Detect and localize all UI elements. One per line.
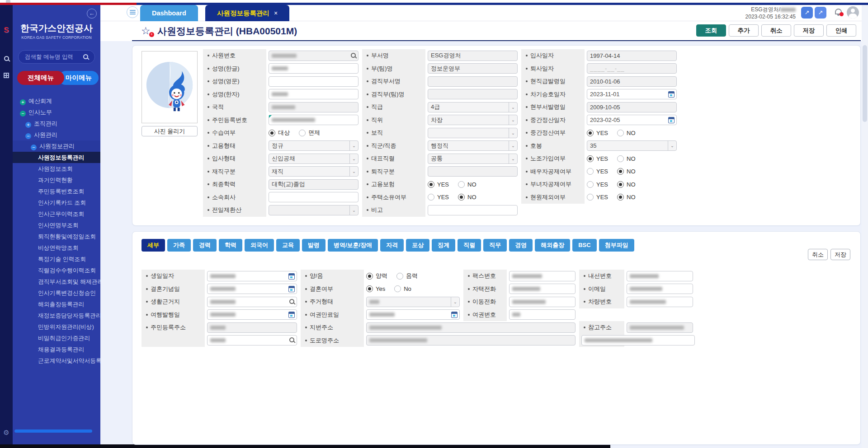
input-직군/직종[interactable]: 행정직⌄ (428, 140, 518, 151)
detail-tab-첨부파일[interactable]: 첨부파일 (599, 239, 634, 252)
expand-plus-icon[interactable]: + (25, 122, 31, 128)
calendar-icon[interactable] (288, 312, 295, 318)
detail-tab-외국어[interactable]: 외국어 (245, 239, 274, 252)
avatar[interactable] (847, 6, 859, 19)
chevron-down-icon[interactable]: ⌄ (349, 154, 358, 163)
input-비고[interactable] (428, 205, 518, 215)
input-field[interactable] (581, 335, 695, 345)
chevron-down-icon[interactable]: ⌄ (509, 115, 517, 125)
calendar-icon[interactable] (668, 91, 675, 98)
radio-YES[interactable] (587, 168, 594, 175)
detail-action-저장[interactable]: 저장 (830, 249, 850, 260)
radio-NO[interactable] (617, 130, 624, 136)
radio-YES[interactable] (587, 181, 594, 188)
detail-tab-직렬[interactable]: 직렬 (458, 239, 481, 252)
input-재직구분[interactable]: 재직⌄ (269, 166, 359, 177)
chevron-down-icon[interactable]: ⌄ (451, 297, 459, 307)
radio-YES-selected[interactable] (587, 155, 594, 162)
radio-음력[interactable] (396, 273, 403, 280)
open-window-icon[interactable]: ↗ (801, 7, 813, 19)
input-여권만료일[interactable] (366, 309, 460, 320)
sidebar-item[interactable]: +조직관리 (13, 118, 100, 129)
action-button-조회[interactable]: 조회 (696, 24, 726, 37)
detail-tab-세부[interactable]: 세부 (142, 239, 165, 252)
sidebar-item[interactable]: 재정보증담당자등록관리 (13, 310, 100, 321)
detail-tab-해외출장[interactable]: 해외출장 (535, 239, 570, 252)
sidebar-item[interactable]: 특정기술 인력조회 (13, 253, 100, 265)
sidebar-item[interactable]: 채용결과등록관리 (13, 344, 100, 355)
detail-tab-발령[interactable]: 발령 (302, 239, 326, 252)
input-주민등록번호[interactable] (269, 115, 359, 125)
input-대표직렬[interactable]: 공통⌄ (428, 154, 518, 164)
input-성명(영문)[interactable] (269, 76, 359, 87)
radio-YES-selected[interactable] (587, 130, 594, 136)
collapse-minus-icon[interactable]: − (20, 111, 26, 117)
scrollbar-thumb[interactable] (863, 45, 867, 122)
detail-tab-경력[interactable]: 경력 (193, 239, 217, 252)
share-window-icon[interactable]: ↗ (815, 7, 826, 19)
sidebar-item[interactable]: 근로계약서및서약서등록관리 (13, 355, 100, 366)
sidebar-item[interactable]: −사원정보관리 (13, 140, 100, 152)
sidebar-collapse-icon[interactable]: ← (87, 9, 97, 19)
input-차량번호[interactable] (627, 297, 693, 307)
detail-tab-포상[interactable]: 포상 (406, 239, 429, 252)
gear-icon[interactable]: ⚙ (0, 429, 13, 437)
search-icon[interactable] (0, 55, 13, 63)
input-이동전화[interactable] (509, 297, 576, 307)
sidebar-item[interactable]: 사원정보등록관리 (13, 152, 100, 163)
input-생일일자[interactable] (207, 271, 297, 281)
radio-YES[interactable] (587, 194, 594, 201)
sidebar-item[interactable]: 직렬검수수행이력조회 (13, 265, 100, 276)
my-menu-button[interactable]: 마이메뉴 (59, 71, 99, 85)
collapse-minus-icon[interactable]: − (31, 145, 37, 150)
chevron-down-icon[interactable]: ⌄ (349, 167, 358, 176)
all-menu-button[interactable]: 전체메뉴 (17, 71, 64, 85)
detail-action-취소[interactable]: 취소 (808, 249, 828, 260)
favorite-star-icon[interactable]: ☆+ (141, 25, 153, 37)
calendar-icon[interactable] (288, 273, 295, 280)
detail-tab-직무[interactable]: 직무 (483, 239, 507, 252)
tab-employee-info[interactable]: 사원정보등록관리× (205, 5, 289, 21)
input-성명(한글)[interactable] (269, 63, 359, 74)
action-button-추가[interactable]: 추가 (729, 24, 759, 37)
collapse-minus-icon[interactable]: − (25, 133, 31, 139)
chevron-down-icon[interactable]: ⌄ (349, 141, 358, 150)
input-주거형태[interactable]: ⌄ (366, 297, 460, 307)
input-내선번호[interactable] (627, 271, 693, 281)
close-icon[interactable]: × (274, 9, 278, 17)
grid-menu-icon[interactable] (0, 72, 13, 80)
input-팩스번호[interactable] (509, 271, 576, 281)
radio-No[interactable] (394, 285, 401, 292)
input-자택전화[interactable] (509, 284, 576, 294)
chevron-down-icon[interactable]: ⌄ (349, 205, 358, 215)
action-button-취소[interactable]: 취소 (761, 24, 791, 37)
calendar-icon[interactable] (668, 117, 675, 123)
input-고용형태[interactable]: 정규⌄ (269, 140, 359, 151)
action-button-저장[interactable]: 저장 (794, 24, 824, 37)
action-button-인쇄[interactable]: 인쇄 (826, 24, 856, 37)
sidebar-item[interactable]: 과거인력현황 (13, 174, 100, 186)
sidebar-item[interactable]: +예산회계 (13, 95, 100, 107)
input-여행발행일[interactable] (207, 309, 297, 320)
detail-tab-BSC[interactable]: BSC (572, 239, 596, 252)
radio-NO-selected[interactable] (617, 181, 624, 188)
sidebar-item[interactable]: 인사기록카드 조회 (13, 197, 100, 208)
detail-tab-경영[interactable]: 경영 (509, 239, 533, 252)
input-소속회사[interactable] (269, 192, 359, 202)
menu-search-input[interactable]: 검색할 메뉴명 입력 (18, 50, 95, 64)
radio-면제[interactable] (299, 130, 306, 136)
sidebar-item[interactable]: 주민등록번호조회 (13, 186, 100, 197)
input-직위[interactable]: 차장⌄ (428, 115, 518, 125)
radio-NO[interactable] (617, 155, 624, 162)
detail-tab-병역/보훈/장애[interactable]: 병역/보훈/장애 (328, 239, 378, 252)
search-icon[interactable] (289, 337, 294, 342)
radio-NO-selected[interactable] (617, 168, 624, 175)
input-성명(한자)[interactable] (269, 89, 359, 99)
sidebar-item[interactable]: −인사노무 (13, 107, 100, 118)
sidebar-item[interactable]: 겸직부서조회및 해제관리 (13, 276, 100, 287)
radio-Yes-selected[interactable] (366, 285, 373, 292)
input-직급[interactable]: 4급⌄ (428, 102, 518, 112)
tab-dashboard[interactable]: Dashboard (140, 5, 198, 21)
sidebar-item[interactable]: 민방위자원관리(비상) (13, 321, 100, 332)
input-중간정산일자[interactable]: 2023-02-05 (587, 115, 677, 125)
